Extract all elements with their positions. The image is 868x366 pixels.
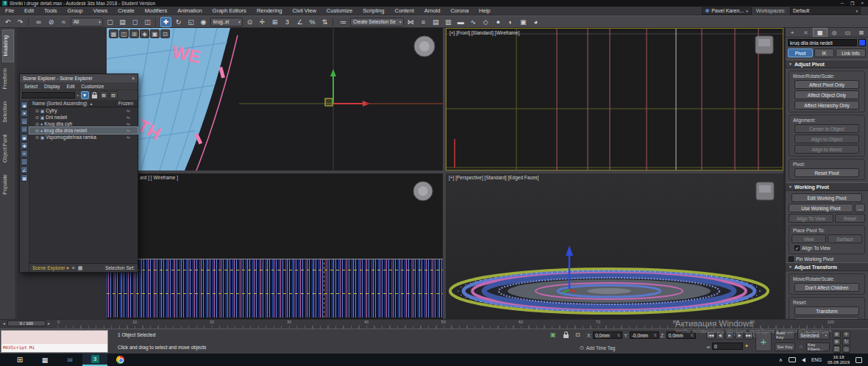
mail-app-icon[interactable]: ✉ — [57, 354, 82, 366]
explorer-column-headers[interactable]: Name (Sorted Ascending) ▲ Frozen — [29, 100, 138, 107]
viewport-front-canvas[interactable] — [447, 29, 783, 170]
floating-toolbar-icon[interactable]: ▣ — [150, 29, 160, 38]
display-containers-icon[interactable]: ▦ — [21, 174, 28, 182]
explorer-search-input[interactable] — [22, 92, 75, 98]
viewport-label[interactable]: ard ] [ Wireframe ] — [140, 175, 178, 180]
3ds-max-app-icon[interactable]: 3 — [82, 354, 107, 366]
object-name-field[interactable] — [788, 39, 857, 46]
key-paw-icon[interactable]: ∴ — [797, 342, 805, 351]
tab-display-icon[interactable]: ▭ — [841, 28, 854, 37]
menu-item[interactable]: Help — [474, 7, 495, 14]
explorer-menu-item[interactable]: Edit — [66, 84, 74, 89]
display-all-icon[interactable]: ◉ — [21, 101, 28, 109]
menu-item[interactable]: Tools — [39, 7, 63, 14]
viewport-front[interactable]: [+] [Front] [Standard] [Wireframe] — [446, 28, 783, 171]
hidden-icons-chevron[interactable]: ∧ — [779, 357, 783, 363]
key-filters-button[interactable]: Key Filters... — [806, 342, 830, 351]
pivot-mode-button[interactable]: Pivot — [788, 49, 813, 57]
select-and-manipulate-icon[interactable]: ✛ — [257, 17, 268, 27]
zoom-icon[interactable]: ⊕ — [833, 331, 841, 338]
select-and-scale-icon[interactable]: ◱ — [185, 17, 196, 27]
render-setup-icon[interactable]: ◐ — [505, 17, 516, 27]
selection-region-icon[interactable]: ◻ — [129, 17, 140, 27]
orbit-icon[interactable]: ↻ — [842, 338, 850, 345]
menu-item[interactable]: Content — [389, 7, 419, 14]
display-geometry-icon[interactable]: ● — [21, 110, 28, 117]
explorer-menu-item[interactable]: Customize — [82, 84, 104, 89]
frozen-column-header[interactable]: Frozen — [118, 101, 133, 106]
ribbon-tab[interactable]: Freeform — [2, 63, 14, 94]
explorer-menu-item[interactable]: Select — [24, 84, 38, 89]
scene-explorer-titlebar[interactable]: Scene Explorer - Scene Explorer × — [20, 74, 138, 82]
zoom-all-icon[interactable]: ⊛ — [833, 338, 841, 345]
display-icon[interactable] — [789, 357, 796, 362]
viewport-left-canvas[interactable] — [107, 173, 443, 257]
table-row[interactable]: ⊙ ● krug dlia dnia nedeli ⇋ — [29, 127, 138, 134]
viewcube[interactable] — [755, 36, 773, 54]
time-slider-handle[interactable]: 0 / 100 — [7, 320, 46, 326]
prev-frame-arrow[interactable]: ◂ — [1, 321, 7, 326]
clock[interactable]: 16:18 05.08.2019 — [828, 355, 850, 365]
close-button[interactable]: × — [861, 1, 864, 6]
speaker-icon[interactable] — [802, 358, 805, 362]
object-color-swatch[interactable] — [858, 39, 866, 46]
alignment-button[interactable]: Center to Object — [794, 124, 859, 133]
chrome-app-icon[interactable] — [107, 354, 132, 366]
menu-item[interactable]: Modifiers — [140, 7, 172, 14]
rollout-header[interactable]: ▼Adjust Pivot — [786, 60, 868, 68]
undo-icon[interactable]: ↶ — [2, 17, 13, 27]
table-row[interactable]: ⊙ ● Krug dlia cyfr ⇋ — [29, 121, 138, 127]
lock-icon[interactable] — [90, 91, 99, 99]
go-to-end-button[interactable]: ▶▶| — [744, 331, 753, 340]
menu-item[interactable]: Graph Editors — [207, 7, 252, 14]
eye-icon[interactable]: ⊙ — [35, 108, 39, 113]
reset-pivot-button[interactable]: Reset Pivot — [794, 168, 859, 177]
play-button[interactable]: ▶ — [725, 331, 734, 340]
calculator-app-icon[interactable]: ▦ — [32, 354, 57, 366]
reset-transform-button[interactable]: Transform — [794, 306, 859, 315]
add-time-tag[interactable]: ◷ Add Time Tag — [580, 345, 615, 351]
bind-to-space-warp-icon[interactable]: ≈ — [58, 17, 69, 27]
ribbon-tab[interactable]: Modeling — [2, 29, 14, 62]
display-particles-icon[interactable]: ∴ — [21, 158, 28, 165]
tab-modify-icon[interactable]: ≈ — [799, 28, 812, 37]
menu-item[interactable]: Civil View — [287, 7, 321, 14]
user-account-menu[interactable]: Pavel Karen... ▾ — [702, 7, 751, 15]
select-and-link-icon[interactable]: ∞ — [33, 17, 44, 27]
floating-toolbar-icon[interactable]: ◈ — [140, 29, 149, 38]
separator[interactable] — [28, 18, 31, 26]
viewport-perspective-canvas[interactable] — [446, 173, 783, 319]
redo-icon[interactable]: ↷ — [15, 17, 26, 27]
place-view-button[interactable]: View — [791, 234, 826, 243]
window-crossing-icon[interactable]: ◫ — [142, 17, 153, 27]
mirror-icon[interactable]: ⋈ — [405, 17, 416, 27]
ik-mode-button[interactable]: IK — [814, 49, 834, 57]
viewport-label[interactable]: [+] [Perspective] [Standard] [Edged Face… — [449, 175, 538, 180]
menu-item[interactable]: Corona — [445, 7, 474, 14]
use-pivot-center-icon[interactable]: ⊙ — [244, 17, 255, 27]
material-editor-icon[interactable]: ● — [493, 17, 504, 27]
pin-working-pivot-checkbox[interactable] — [789, 256, 794, 262]
align-to-view-button[interactable]: Align To View — [789, 214, 833, 223]
floating-toolbar-icon[interactable]: ⊞ — [129, 29, 139, 38]
named-selection-dropdown[interactable]: Create Selection Se — [350, 18, 404, 26]
affect-button[interactable]: Affect Pivot Only — [794, 80, 859, 89]
snaps-toggle-icon[interactable]: 3 — [282, 17, 293, 27]
align-to-view-checkbox[interactable]: ✓ — [794, 245, 800, 251]
display-helpers-icon[interactable]: ✚ — [21, 142, 28, 149]
x-coordinate-field[interactable]: 0,0mm⇅ — [593, 331, 622, 339]
rollout-header[interactable]: ▼Working Pivot — [786, 183, 868, 191]
previous-frame-button[interactable]: ◀| — [716, 331, 725, 340]
grid-view-icon[interactable]: ▦ — [78, 265, 83, 271]
absolute-mode-icon[interactable]: ⊡ — [575, 331, 580, 338]
key-mode-icon[interactable]: ✦ — [744, 343, 749, 349]
rollout-header[interactable]: ▼Adjust Transform — [786, 263, 868, 271]
language-indicator[interactable]: ENG — [811, 357, 822, 362]
place-surface-button[interactable]: Surface — [828, 234, 862, 243]
frame-spinner-arrows[interactable]: ◂▸ — [706, 344, 711, 349]
menu-item[interactable]: File — [0, 7, 19, 14]
separator[interactable] — [155, 18, 158, 26]
eye-icon[interactable]: ⊙ — [35, 115, 39, 120]
eye-icon[interactable]: ⊙ — [35, 134, 39, 140]
tab-motion-icon[interactable]: ◎ — [828, 28, 841, 37]
